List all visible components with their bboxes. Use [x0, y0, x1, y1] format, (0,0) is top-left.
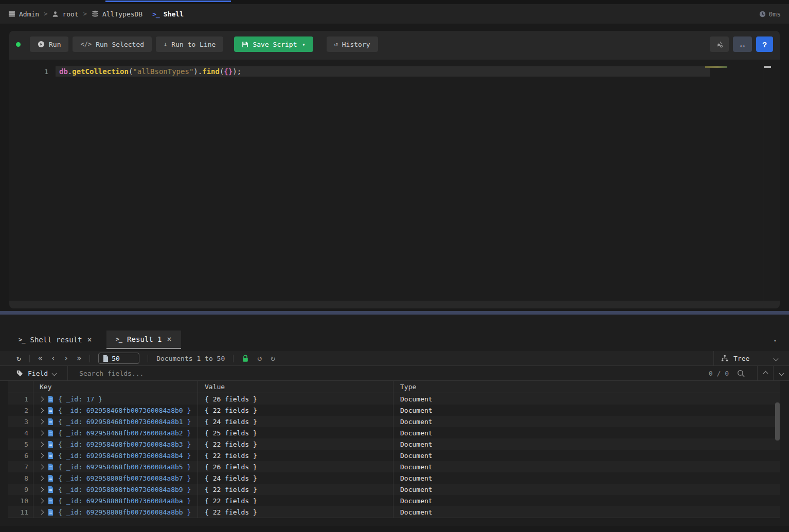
- result-table: Key Value Type 1 { _id: 17 } { 26 fields…: [8, 381, 780, 518]
- row-value-cell[interactable]: { 26 fields }: [198, 461, 393, 472]
- save-script-button[interactable]: Save Script ▾: [234, 36, 313, 52]
- row-key-cell[interactable]: { _id: 692958468fb007360084a8b1 }: [33, 416, 198, 427]
- page-size-box[interactable]: [98, 353, 139, 364]
- column-header-type[interactable]: Type: [393, 381, 780, 393]
- search-icon[interactable]: [737, 370, 745, 377]
- undo-icon[interactable]: ↺: [257, 354, 262, 362]
- table-row[interactable]: 6 { _id: 692958468fb007360084a8b4 } { 22…: [8, 450, 780, 461]
- expand-chevron-icon[interactable]: [39, 487, 44, 492]
- table-row[interactable]: 3 { _id: 692958468fb007360084a8b1 } { 24…: [8, 416, 780, 427]
- expand-chevron-icon[interactable]: [39, 464, 44, 469]
- code-token: ;: [237, 67, 241, 76]
- table-row[interactable]: 10 { _id: 692958808fb007360084a8ba } { 2…: [8, 495, 780, 506]
- divider: [67, 366, 68, 381]
- code-text[interactable]: db.getCollection("allBsonTypes").find({}…: [48, 67, 241, 76]
- table-row[interactable]: 11 { _id: 692958808fb007360084a8bb } { 2…: [8, 506, 780, 518]
- breadcrumb-item-user[interactable]: root: [52, 10, 78, 18]
- row-key-cell[interactable]: { _id: 692958808fb007360084a8ba }: [33, 495, 198, 506]
- table-row[interactable]: 7 { _id: 692958468fb007360084a8b5 } { 26…: [8, 461, 780, 472]
- document-icon: [48, 407, 53, 414]
- refresh-icon[interactable]: ↻: [16, 355, 21, 362]
- table-row[interactable]: 2 { _id: 692958468fb007360084a8b0 } { 22…: [8, 405, 780, 416]
- row-number: 8: [8, 474, 33, 482]
- expand-chevron-icon[interactable]: [39, 396, 44, 401]
- tabs-overflow-caret-icon[interactable]: ▾: [773, 337, 777, 344]
- row-type-cell: Document: [393, 427, 780, 438]
- row-value-cell[interactable]: { 22 fields }: [198, 506, 393, 518]
- expand-chevron-icon[interactable]: [39, 453, 44, 458]
- row-key-cell[interactable]: { _id: 692958808fb007360084a8b7 }: [33, 472, 198, 484]
- code-token: ): [232, 67, 237, 76]
- run-button[interactable]: Run: [30, 36, 68, 52]
- search-fields-input[interactable]: [73, 370, 704, 377]
- tab-shell-result[interactable]: >_ Shell result ×: [9, 331, 101, 349]
- panel-splitter[interactable]: [0, 311, 789, 315]
- code-editor[interactable]: 1 db.getCollection("allBsonTypes").find(…: [9, 60, 780, 301]
- lock-icon[interactable]: [242, 355, 249, 362]
- row-key-cell[interactable]: { _id: 692958468fb007360084a8b0 }: [33, 405, 198, 416]
- row-key-cell[interactable]: { _id: 692958468fb007360084a8b4 }: [33, 450, 198, 461]
- row-key-cell[interactable]: { _id: 17 }: [33, 393, 198, 405]
- row-key-cell[interactable]: { _id: 692958808fb007360084a8b9 }: [33, 484, 198, 495]
- plugins-button[interactable]: [710, 36, 729, 52]
- row-key-cell[interactable]: { _id: 692958468fb007360084a8b2 }: [33, 427, 198, 438]
- run-selected-button[interactable]: </> Run Selected: [73, 36, 152, 52]
- tab-result-1[interactable]: >_ Result 1 ×: [106, 331, 181, 349]
- run-to-line-button[interactable]: ↓ Run to Line: [156, 36, 223, 52]
- table-row[interactable]: 4 { _id: 692958468fb007360084a8b2 } { 25…: [8, 427, 780, 438]
- previous-match-button[interactable]: [758, 366, 773, 380]
- row-value-cell[interactable]: { 22 fields }: [198, 484, 393, 495]
- field-filter-dropdown[interactable]: Field: [16, 370, 56, 377]
- row-key-cell[interactable]: { _id: 692958808fb007360084a8bb }: [33, 506, 198, 518]
- page-size-input[interactable]: [112, 355, 129, 362]
- expand-horizontal-button[interactable]: ↔: [733, 36, 752, 52]
- close-icon[interactable]: ×: [167, 335, 172, 344]
- row-value-cell[interactable]: { 26 fields }: [198, 393, 393, 405]
- row-key-text: { _id: 692958468fb007360084a8b4 }: [58, 452, 191, 460]
- row-key-text: { _id: 692958808fb007360084a8bb }: [58, 508, 191, 516]
- view-mode-dropdown[interactable]: Tree: [713, 351, 789, 365]
- expand-chevron-icon[interactable]: [39, 408, 44, 413]
- breadcrumb-item-database[interactable]: AllTypesDB: [92, 10, 142, 18]
- breadcrumb-item-admin[interactable]: Admin: [8, 10, 39, 18]
- table-row[interactable]: 9 { _id: 692958808fb007360084a8b9 } { 22…: [8, 484, 780, 495]
- first-page-icon[interactable]: «: [38, 355, 43, 362]
- row-value-cell[interactable]: { 24 fields }: [198, 416, 393, 427]
- last-page-icon[interactable]: »: [77, 355, 81, 362]
- minimap[interactable]: [705, 66, 727, 68]
- document-icon: [48, 396, 53, 402]
- row-value-cell[interactable]: { 22 fields }: [198, 405, 393, 416]
- code-token: db: [59, 67, 68, 76]
- previous-page-icon[interactable]: ‹: [51, 355, 56, 362]
- editor-scrollbar-thumb[interactable]: [764, 66, 771, 68]
- table-row[interactable]: 5 { _id: 692958468fb007360084a8b3 } { 22…: [8, 438, 780, 450]
- table-row[interactable]: 8 { _id: 692958808fb007360084a8b7 } { 24…: [8, 472, 780, 484]
- expand-chevron-icon[interactable]: [39, 475, 44, 481]
- table-row[interactable]: 1 { _id: 17 } { 26 fields } Document: [8, 393, 780, 405]
- expand-chevron-icon[interactable]: [39, 419, 44, 424]
- code-line[interactable]: 1 db.getCollection("allBsonTypes").find(…: [9, 60, 780, 77]
- expand-chevron-icon[interactable]: [39, 509, 44, 515]
- expand-chevron-icon[interactable]: [39, 442, 44, 447]
- column-header-key[interactable]: Key: [33, 381, 198, 393]
- close-icon[interactable]: ×: [87, 335, 92, 344]
- row-value-cell[interactable]: { 24 fields }: [198, 472, 393, 484]
- expand-chevron-icon[interactable]: [39, 430, 44, 435]
- row-value-cell[interactable]: { 22 fields }: [198, 438, 393, 450]
- row-value-cell[interactable]: { 22 fields }: [198, 450, 393, 461]
- next-match-button[interactable]: [774, 366, 789, 380]
- table-scrollbar-thumb[interactable]: [775, 402, 780, 441]
- row-value-cell[interactable]: { 22 fields }: [198, 495, 393, 506]
- redo-icon[interactable]: ↻: [271, 354, 276, 362]
- row-key-cell[interactable]: { _id: 692958468fb007360084a8b5 }: [33, 461, 198, 472]
- query-timing: 0ms: [759, 10, 781, 18]
- row-key-cell[interactable]: { _id: 692958468fb007360084a8b3 }: [33, 438, 198, 450]
- history-button[interactable]: ↺ History: [327, 36, 378, 52]
- expand-chevron-icon[interactable]: [39, 498, 44, 503]
- row-value-cell[interactable]: { 25 fields }: [198, 427, 393, 438]
- save-icon: [242, 41, 248, 48]
- help-button[interactable]: ?: [756, 36, 773, 52]
- next-page-icon[interactable]: ›: [64, 355, 68, 362]
- column-header-value[interactable]: Value: [198, 381, 393, 393]
- breadcrumb-item-shell[interactable]: >_ Shell: [152, 10, 184, 18]
